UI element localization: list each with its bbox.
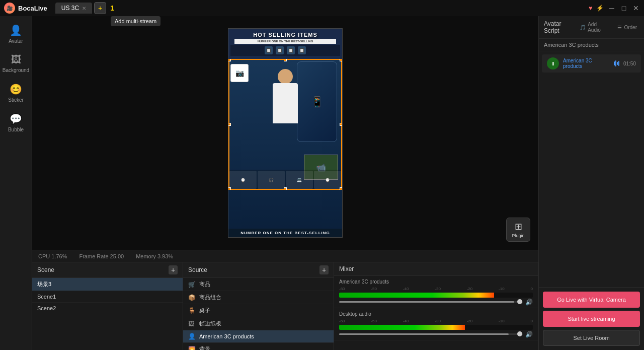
product-item-1: ⌚	[229, 171, 257, 189]
sidebar-item-avatar[interactable]: 👤 Avatar	[2, 20, 30, 48]
script-play-button[interactable]: ⏸	[547, 57, 559, 69]
close-button[interactable]: ✕	[632, 4, 640, 12]
source-panel-title: Source	[188, 266, 207, 273]
canvas-main-content: 📷 📱 📹 ⌚ 🎧	[228, 59, 342, 190]
left-sidebar: 👤 Avatar 🖼 Background 😊 Sticker 💬 Bubble	[0, 16, 32, 350]
source-icon-1: 📦	[188, 294, 195, 301]
plugin-icon: ⊞	[515, 221, 522, 232]
mixer-track-0: 🔊	[339, 299, 533, 306]
logo-icon: 🎥	[4, 3, 15, 14]
canvas-bottom-text: NUMBER ONE ON THE BEST-SELLING	[230, 231, 340, 235]
source-panel: Source + 🛒 商品 📦 商品组合 🪑 桌子	[183, 262, 334, 350]
sidebar-item-label-bubble: Bubble	[8, 127, 24, 132]
go-live-virtual-camera-button[interactable]: Go Live with Virtual Camera	[543, 292, 640, 308]
handle-lm[interactable]	[228, 123, 231, 126]
source-item-0[interactable]: 🛒 商品	[183, 278, 334, 291]
add-audio-icon: 🎵	[580, 25, 586, 30]
mixer-channel-1: Desktop audio -60 -50 -40 -30 -20 -10 0	[334, 308, 538, 340]
set-live-room-button[interactable]: Set Live Room	[543, 330, 640, 346]
script-product-name: American 3C products	[539, 39, 644, 51]
handle-tr[interactable]	[340, 59, 342, 61]
main-layout: 👤 Avatar 🖼 Background 😊 Sticker 💬 Bubble…	[0, 16, 644, 350]
canvas-icon-4: 🔲	[298, 46, 306, 54]
handle-rm[interactable]	[340, 123, 342, 126]
add-multistream-tooltip: Add multi-stream	[111, 16, 160, 26]
order-button[interactable]: ☰ Order	[615, 21, 639, 34]
source-add-button[interactable]: +	[319, 265, 329, 274]
source-item-3[interactable]: 🖼 帧边纸板	[183, 317, 334, 330]
scene-panel: Scene + 场景3 Scene1 Scene2	[32, 262, 183, 350]
canvas-title: HOT SELLING ITEMS	[230, 32, 340, 38]
mixer-track-1: 🔊	[339, 331, 533, 338]
avatar-head	[278, 69, 293, 84]
mixer-labels-1: -60 -50 -40 -30 -20 -10 0	[339, 319, 533, 323]
scene-item-2[interactable]: Scene2	[32, 303, 183, 314]
scene-item-1[interactable]: Scene1	[32, 291, 183, 303]
right-sidebar-bottom: Go Live with Virtual Camera Start live s…	[539, 287, 644, 350]
add-tab-button[interactable]: +	[94, 2, 106, 14]
mixer-slider-1[interactable]	[339, 333, 523, 335]
sidebar-item-background[interactable]: 🖼 Background	[2, 50, 30, 77]
canvas-background: HOT SELLING ITEMS NUMBER ONE ON THE BEST…	[228, 29, 342, 237]
titlebar-tabs: US 3C ✕ + 1	[55, 2, 114, 14]
preview-area: HOT SELLING ITEMS NUMBER ONE ON THE BEST…	[32, 16, 538, 250]
add-audio-button[interactable]: 🎵 Add Audio	[578, 21, 611, 34]
titlebar: 🎥 BocaLive US 3C ✕ + 1 Add multi-stream …	[0, 0, 644, 16]
mixer-labels-0: -60 -50 -40 -30 -20 -10 0	[339, 287, 533, 291]
canvas-icons-row: 🔲 🔲 🔲 🔲	[230, 45, 340, 56]
framerate-status: Frame Rate 25.00	[79, 253, 124, 259]
wave-bar-1	[614, 61, 615, 65]
heart-icon: ♥	[589, 5, 592, 12]
status-bar: CPU 1.76% Frame Rate 25.00 Memory 3.93%	[32, 250, 538, 262]
product-item-4: ⌚	[314, 171, 341, 189]
sidebar-item-sticker[interactable]: 😊 Sticker	[2, 79, 30, 107]
mixer-channel-name-1: Desktop audio	[339, 311, 533, 317]
tab-close-icon[interactable]: ✕	[82, 6, 86, 11]
start-live-streaming-button[interactable]: Start live streaming	[543, 311, 640, 327]
handle-tm[interactable]	[284, 59, 287, 61]
mixer-volume-icon-1[interactable]: 🔊	[525, 331, 533, 338]
avatar-script-title: Avatar Script	[544, 20, 578, 34]
app-logo: 🎥 BocaLive	[4, 3, 47, 14]
canvas-icon-3: 🔲	[287, 46, 295, 54]
source-item-5[interactable]: 🌄 背景	[183, 343, 334, 350]
mixer-panel: Mixer American 3C products -60 -50 -40 -…	[334, 262, 538, 350]
canvas-bottom-banner: NUMBER ONE ON THE BEST-SELLING	[228, 229, 342, 237]
plugin-button[interactable]: ⊞ Plugin	[506, 218, 530, 242]
maximize-button[interactable]: □	[620, 4, 628, 12]
mixer-volume-icon-0[interactable]: 🔊	[525, 299, 533, 306]
preview-canvas[interactable]: HOT SELLING ITEMS NUMBER ONE ON THE BEST…	[228, 28, 343, 238]
mixer-panel-content: American 3C products -60 -50 -40 -30 -20…	[334, 276, 538, 350]
canvas-icon-1: 🔲	[265, 46, 273, 54]
add-audio-label: Add Audio	[588, 22, 609, 33]
mixer-slider-0[interactable]	[339, 301, 523, 303]
order-icon: ☰	[617, 25, 622, 30]
titlebar-controls: ♥ ⚡ ─ □ ✕	[589, 4, 640, 12]
canvas-icon-2: 🔲	[276, 46, 284, 54]
plus-icon: +	[98, 4, 102, 12]
center-area: HOT SELLING ITEMS NUMBER ONE ON THE BEST…	[32, 16, 538, 350]
scene-panel-header: Scene +	[32, 262, 183, 278]
scene-add-button[interactable]: +	[169, 265, 178, 274]
memory-status: Memory 3.93%	[136, 253, 173, 259]
tab-us3c[interactable]: US 3C ✕	[55, 3, 92, 14]
minimize-button[interactable]: ─	[608, 4, 616, 12]
source-item-1[interactable]: 📦 商品组合	[183, 291, 334, 304]
product-item-2: 🎧	[258, 171, 285, 189]
right-sidebar-top: Avatar Script 🎵 Add Audio ☰ Order Americ…	[539, 16, 644, 287]
cpu-status: CPU 1.76%	[38, 253, 67, 259]
avatar-script-actions: 🎵 Add Audio ☰ Order	[578, 21, 639, 34]
source-icon-2: 🪑	[188, 307, 195, 314]
mixer-bar-fill-1	[339, 325, 465, 330]
tab-number: 1	[110, 4, 114, 12]
source-item-2[interactable]: 🪑 桌子	[183, 304, 334, 317]
mixer-panel-header: Mixer	[334, 262, 538, 276]
source-item-4[interactable]: 👤 American 3C products	[183, 330, 334, 343]
wave-bar-2	[615, 60, 616, 66]
avatar-body	[273, 83, 298, 123]
handle-tl[interactable]	[228, 59, 231, 61]
bubble-icon: 💬	[10, 113, 22, 125]
sidebar-item-bubble[interactable]: 💬 Bubble	[2, 109, 30, 136]
sticker-icon: 😊	[10, 83, 22, 95]
scene-item-0[interactable]: 场景3	[32, 278, 183, 291]
